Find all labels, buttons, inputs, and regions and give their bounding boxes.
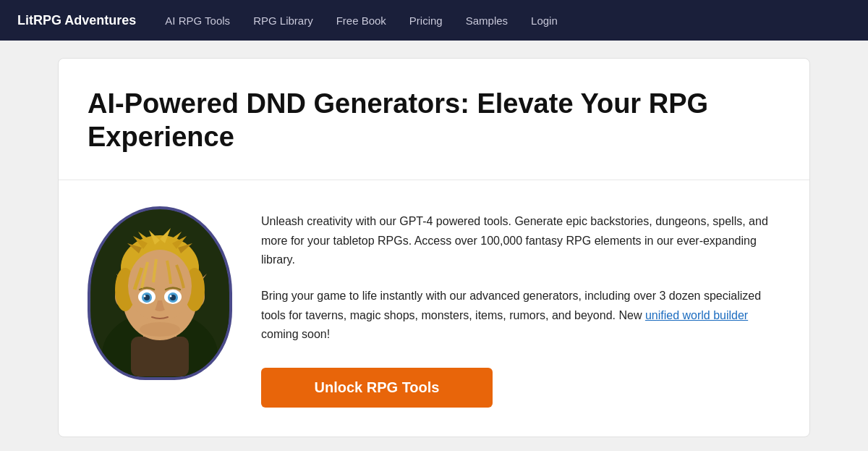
- svg-point-28: [170, 295, 172, 298]
- nav-link-free-book[interactable]: Free Book: [336, 14, 386, 27]
- text-content: Unleash creativity with our GPT-4 powere…: [261, 206, 780, 407]
- svg-rect-3: [131, 337, 189, 376]
- page-title: AI-Powered DND Generators: Elevate Your …: [88, 88, 780, 153]
- unified-world-builder-link[interactable]: unified world builder: [645, 309, 748, 321]
- nav-link-login[interactable]: Login: [531, 14, 558, 27]
- unlock-rpg-tools-button[interactable]: Unlock RPG Tools: [261, 368, 493, 408]
- nav-links: AI RPG Tools RPG Library Free Book Prici…: [165, 14, 557, 27]
- description-paragraph-2: Bring your game to life instantly with o…: [261, 287, 780, 344]
- nav-link-rpg-library[interactable]: RPG Library: [253, 14, 313, 27]
- description-2-suffix: coming soon!: [261, 328, 330, 340]
- nav-link-pricing[interactable]: Pricing: [409, 14, 443, 27]
- nav-link-samples[interactable]: Samples: [466, 14, 508, 27]
- character-image: [88, 206, 232, 380]
- content-card: AI-Powered DND Generators: Elevate Your …: [58, 58, 810, 437]
- hero-title-section: AI-Powered DND Generators: Elevate Your …: [59, 59, 809, 180]
- navbar: LitRPG Adventures AI RPG Tools RPG Libra…: [0, 0, 868, 41]
- description-paragraph-1: Unleash creativity with our GPT-4 powere…: [261, 212, 780, 269]
- character-svg: [91, 210, 229, 376]
- body-section: Unleash creativity with our GPT-4 powere…: [59, 180, 809, 436]
- nav-brand[interactable]: LitRPG Adventures: [17, 13, 136, 28]
- page-wrapper: AI-Powered DND Generators: Elevate Your …: [0, 41, 868, 451]
- nav-link-ai-rpg-tools[interactable]: AI RPG Tools: [165, 14, 230, 27]
- svg-point-24: [144, 295, 146, 298]
- svg-point-29: [140, 322, 180, 337]
